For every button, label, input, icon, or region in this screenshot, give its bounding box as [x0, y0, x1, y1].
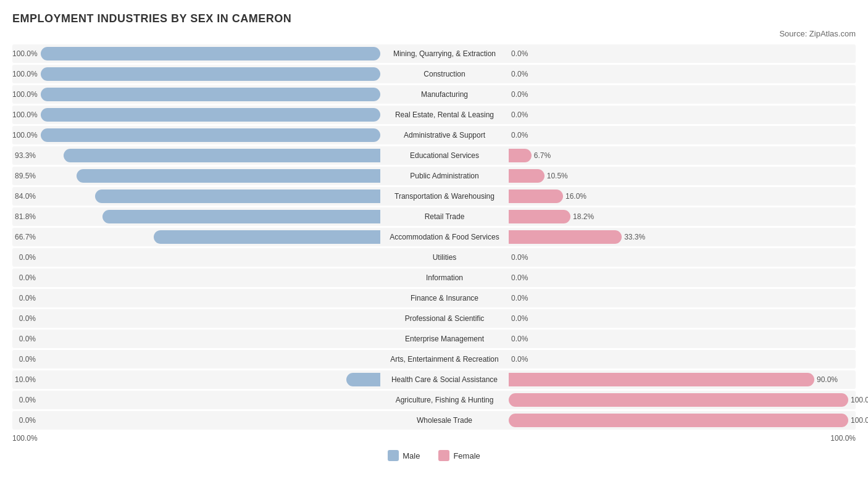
female-value: 0.0% [511, 314, 535, 323]
legend-female-box [438, 450, 449, 461]
footer-male: 100.0% [12, 434, 38, 443]
male-bar [154, 230, 380, 244]
male-value: 0.0% [12, 335, 36, 343]
right-section: 0.0% [506, 128, 868, 142]
male-bar [346, 373, 380, 386]
industry-label: Manufacturing [383, 90, 506, 99]
industry-label: Mining, Quarrying, & Extraction [383, 49, 506, 58]
female-value: 18.2% [573, 212, 596, 221]
right-section: 0.0% [506, 88, 868, 101]
male-value: 100.0% [12, 70, 38, 78]
female-bar [509, 149, 532, 162]
table-row: 89.5% Public Administration 10.5% [12, 167, 856, 185]
female-bar [509, 393, 848, 407]
industry-label: Arts, Entertainment & Recreation [383, 355, 506, 364]
table-row: 66.7% Accommodation & Food Services 33.3… [12, 228, 856, 246]
right-section: 0.0% [506, 291, 868, 305]
right-section: 0.0% [506, 271, 868, 285]
female-value: 0.0% [511, 131, 535, 140]
female-bar [509, 210, 570, 223]
legend-male: Male [388, 450, 420, 461]
left-section: 0.0% [12, 352, 383, 366]
male-value: 100.0% [12, 49, 38, 58]
male-value: 0.0% [12, 416, 36, 425]
left-section: 100.0% [12, 88, 383, 101]
industry-label: Administrative & Support [383, 131, 506, 140]
male-bar-wrap [38, 312, 380, 325]
legend-male-label: Male [403, 451, 420, 460]
male-bar-wrap [40, 47, 380, 60]
female-value: 0.0% [511, 70, 535, 78]
right-section: 33.3% [506, 230, 868, 244]
male-bar [41, 88, 380, 101]
industry-label: Agriculture, Fishing & Hunting [383, 396, 506, 404]
male-value: 100.0% [12, 110, 38, 119]
female-value: 0.0% [511, 253, 535, 262]
table-row: 0.0% Wholesale Trade 100.0% [12, 411, 856, 430]
industry-label: Accommodation & Food Services [383, 233, 506, 241]
male-bar-wrap [38, 414, 380, 427]
table-row: 93.3% Educational Services 6.7% [12, 146, 856, 165]
left-section: 100.0% [12, 67, 383, 81]
left-section: 84.0% [12, 190, 383, 203]
female-bar [509, 169, 545, 183]
female-value: 0.0% [511, 273, 535, 282]
table-row: 100.0% Real Estate, Rental & Leasing 0.0… [12, 106, 856, 124]
male-bar-wrap [38, 271, 380, 285]
female-value: 10.5% [547, 172, 570, 180]
male-bar [77, 169, 380, 183]
male-bar-wrap [40, 108, 380, 122]
right-section: 0.0% [506, 332, 868, 346]
source-label: Source: ZipAtlas.com [12, 29, 856, 38]
female-value: 0.0% [511, 355, 535, 364]
male-value: 81.8% [12, 212, 36, 221]
female-bar [509, 190, 563, 203]
right-section: 100.0% [506, 414, 868, 427]
male-bar-wrap [40, 128, 380, 142]
female-value: 0.0% [511, 294, 535, 302]
male-value: 0.0% [12, 355, 36, 364]
male-bar-wrap [38, 251, 380, 264]
male-bar-wrap [38, 373, 380, 386]
table-row: 100.0% Manufacturing 0.0% [12, 85, 856, 104]
right-section: 6.7% [506, 149, 868, 162]
left-section: 100.0% [12, 108, 383, 122]
female-value: 90.0% [817, 375, 840, 384]
legend-female: Female [438, 450, 480, 461]
male-value: 10.0% [12, 375, 36, 384]
footer-female: 100.0% [830, 434, 856, 443]
left-section: 100.0% [12, 128, 383, 142]
table-row: 100.0% Mining, Quarrying, & Extraction 0… [12, 44, 856, 63]
male-bar [95, 190, 380, 203]
left-section: 0.0% [12, 312, 383, 325]
industry-label: Enterprise Management [383, 335, 506, 343]
table-row: 84.0% Transportation & Warehousing 16.0% [12, 187, 856, 206]
legend: Male Female [12, 450, 856, 461]
chart-container: 100.0% Mining, Quarrying, & Extraction 0… [12, 44, 856, 445]
right-section: 90.0% [506, 373, 868, 386]
left-section: 100.0% [12, 47, 383, 60]
right-section: 18.2% [506, 210, 868, 223]
male-value: 0.0% [12, 273, 36, 282]
table-row: 10.0% Health Care & Social Assistance 90… [12, 370, 856, 389]
industry-label: Health Care & Social Assistance [383, 375, 506, 384]
male-bar [41, 128, 380, 142]
male-value: 100.0% [12, 131, 38, 140]
female-value: 16.0% [565, 192, 589, 201]
table-row: 100.0% Construction 0.0% [12, 65, 856, 83]
table-row: 0.0% Agriculture, Fishing & Hunting 100.… [12, 391, 856, 409]
left-section: 0.0% [12, 414, 383, 427]
table-row: 0.0% Professional & Scientific 0.0% [12, 309, 856, 328]
male-value: 100.0% [12, 90, 38, 99]
male-bar-wrap [38, 190, 380, 203]
right-section: 0.0% [506, 47, 868, 60]
table-row: 0.0% Arts, Entertainment & Recreation 0.… [12, 350, 856, 369]
male-value: 89.5% [12, 172, 36, 180]
male-bar [41, 47, 380, 60]
left-section: 0.0% [12, 393, 383, 407]
industry-label: Educational Services [383, 151, 506, 160]
male-bar-wrap [38, 230, 380, 244]
table-row: 0.0% Enterprise Management 0.0% [12, 330, 856, 348]
industry-label: Utilities [383, 253, 506, 262]
left-section: 10.0% [12, 373, 383, 386]
